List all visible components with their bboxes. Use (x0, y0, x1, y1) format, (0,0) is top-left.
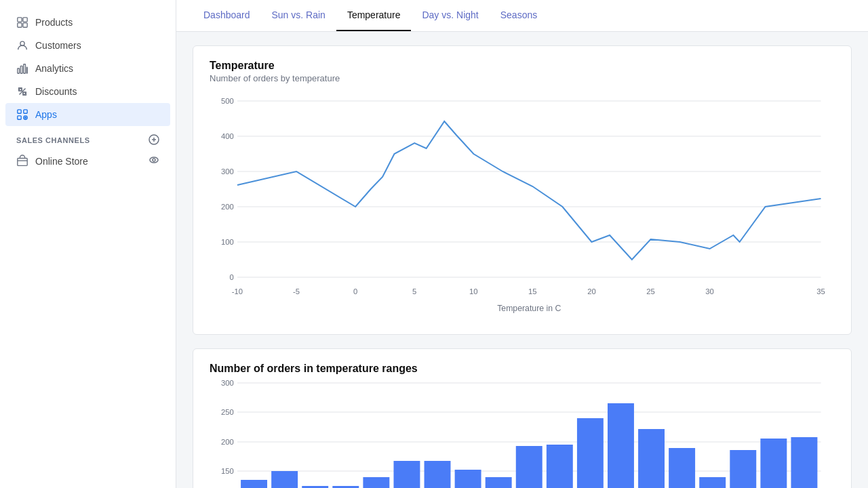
svg-rect-94 (730, 450, 756, 488)
tab-dashboard[interactable]: Dashboard (193, 0, 261, 31)
svg-text:5: 5 (412, 287, 416, 296)
sidebar-item-customers-label: Customers (35, 40, 81, 51)
svg-rect-74 (425, 461, 451, 488)
add-sales-channel-icon[interactable] (149, 134, 159, 146)
svg-rect-14 (18, 116, 21, 119)
svg-text:400: 400 (221, 132, 234, 140)
bar-chart-title: Number of orders in temperature ranges (210, 363, 835, 375)
sidebar-item-online-store[interactable]: Online Store (5, 149, 170, 173)
svg-text:-10: -10 (232, 287, 243, 296)
svg-rect-92 (699, 477, 726, 488)
sidebar: Products Customers Analytics (0, 0, 176, 488)
sidebar-item-discounts-label: Discounts (35, 86, 77, 97)
bar-chart-card: Number of orders in temperature ranges 3… (193, 348, 852, 488)
svg-rect-90 (669, 448, 695, 488)
svg-rect-6 (20, 66, 22, 73)
bar-chart-container: 300 250 200 150 100 50 0 < -40 (210, 376, 835, 488)
tab-day-vs-night[interactable]: Day vs. Night (411, 0, 489, 31)
sidebar-item-apps[interactable]: Apps (5, 103, 170, 126)
svg-text:150: 150 (221, 467, 234, 475)
sidebar-item-customers[interactable]: Customers (5, 34, 170, 57)
sidebar-item-products[interactable]: Products (5, 11, 170, 34)
svg-point-24 (153, 159, 155, 161)
svg-rect-76 (455, 470, 481, 488)
svg-text:-5: -5 (293, 287, 300, 296)
svg-text:10: 10 (469, 287, 478, 296)
tab-seasons[interactable]: Seasons (490, 0, 548, 31)
svg-rect-0 (18, 18, 22, 22)
svg-text:30: 30 (705, 287, 714, 296)
svg-rect-70 (363, 477, 389, 488)
svg-rect-5 (18, 68, 20, 73)
svg-rect-78 (486, 477, 512, 488)
line-chart-title: Temperature (210, 60, 835, 72)
svg-text:300: 300 (221, 167, 234, 176)
analytics-icon (16, 62, 28, 75)
svg-rect-1 (23, 18, 27, 22)
line-chart-card: Temperature Number of orders by temperat… (193, 45, 852, 335)
svg-text:20: 20 (587, 287, 596, 296)
svg-text:200: 200 (221, 438, 234, 446)
sidebar-item-discounts[interactable]: Discounts (5, 80, 170, 103)
sales-channels-header: SALES CHANNELS (0, 126, 176, 149)
svg-text:0: 0 (230, 273, 234, 281)
svg-rect-21 (18, 158, 27, 165)
svg-rect-64 (271, 471, 298, 488)
svg-rect-96 (760, 439, 787, 488)
svg-rect-2 (18, 23, 22, 27)
sidebar-item-apps-label: Apps (35, 109, 57, 120)
online-store-visibility-icon[interactable] (149, 155, 159, 167)
svg-text:100: 100 (221, 238, 234, 246)
svg-text:500: 500 (221, 97, 234, 105)
svg-text:0: 0 (353, 287, 357, 296)
svg-text:Temperature in C: Temperature in C (497, 304, 561, 313)
apps-icon (16, 108, 28, 121)
svg-rect-80 (516, 446, 542, 488)
svg-rect-82 (547, 445, 573, 488)
svg-text:15: 15 (528, 287, 537, 296)
svg-rect-86 (608, 403, 634, 488)
customers-icon (16, 39, 28, 52)
sales-channels-label: SALES CHANNELS (16, 136, 90, 144)
tab-temperature[interactable]: Temperature (336, 0, 412, 31)
tab-sun-vs-rain[interactable]: Sun vs. Rain (261, 0, 336, 31)
svg-text:250: 250 (221, 408, 234, 416)
svg-text:300: 300 (221, 379, 234, 387)
line-chart-subtitle: Number of orders by temperature (210, 73, 835, 83)
svg-rect-13 (24, 110, 27, 113)
svg-line-11 (20, 89, 26, 95)
discounts-icon (16, 85, 28, 98)
content-area: Temperature Number of orders by temperat… (176, 32, 868, 488)
svg-rect-98 (791, 437, 817, 488)
svg-rect-3 (23, 23, 27, 27)
svg-rect-84 (577, 418, 604, 488)
products-icon (16, 16, 28, 28)
svg-rect-72 (393, 461, 420, 488)
sidebar-item-products-label: Products (35, 17, 73, 28)
svg-rect-62 (241, 480, 267, 488)
svg-point-23 (150, 157, 158, 163)
tabs-bar: Dashboard Sun vs. Rain Temperature Day v… (176, 0, 868, 32)
svg-rect-12 (18, 110, 21, 113)
sidebar-item-analytics-label: Analytics (35, 63, 73, 74)
svg-rect-8 (26, 67, 27, 73)
svg-rect-7 (24, 64, 26, 74)
svg-text:200: 200 (221, 203, 234, 211)
svg-text:25: 25 (646, 287, 655, 296)
online-store-label: Online Store (35, 156, 88, 167)
svg-rect-88 (638, 429, 665, 488)
line-chart-container: 500 400 300 200 100 0 -10 -5 0 5 10 15 2… (210, 94, 835, 321)
svg-text:35: 35 (816, 287, 825, 296)
sidebar-item-analytics[interactable]: Analytics (5, 57, 170, 80)
main-content: Dashboard Sun vs. Rain Temperature Day v… (176, 0, 868, 488)
online-store-icon (16, 155, 28, 167)
